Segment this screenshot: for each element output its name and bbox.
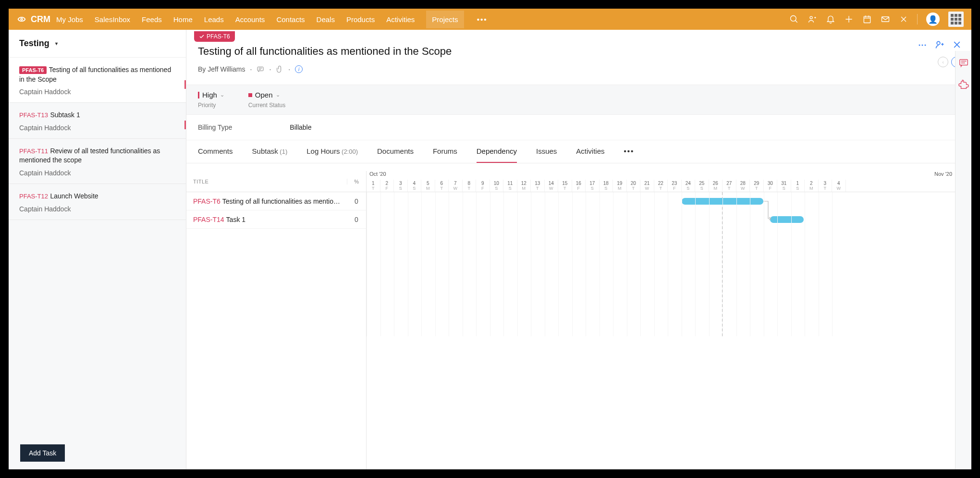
task-id: PFAS-T11 [19,147,48,155]
sidebar-task-item[interactable]: PFAS-T12 Launch WebsiteCaptain Haddock [9,184,186,220]
billing-row: Billing Type Billable [186,115,971,140]
nav-item[interactable]: Activities [386,15,415,24]
sidebar-task-item[interactable]: PFAS-T11 Review of all tested functional… [9,139,186,184]
brand[interactable]: CRM [16,14,50,25]
task-assignee: Captain Haddock [19,205,175,213]
day-cell: 16F [572,180,586,192]
task-id: PFAS-T12 [19,193,48,200]
calendar-icon[interactable] [862,14,872,24]
brand-text: CRM [31,14,50,25]
header-actions: ⋯ [918,39,962,50]
dependency-arrow-icon [763,198,773,222]
day-cell: 19M [613,180,627,192]
priority-block[interactable]: High⌄ Priority [198,91,224,109]
tab-forums[interactable]: Forums [433,147,457,163]
comment-icon[interactable] [257,65,264,73]
task-assignee: Captain Haddock [19,169,175,177]
extension-icon[interactable] [958,79,969,89]
more-icon[interactable]: ⋯ [918,39,927,50]
nav-item[interactable]: Home [173,15,193,24]
day-cell: 1S [791,180,805,192]
info-icon[interactable]: i [295,65,303,73]
nav-item[interactable]: Contacts [276,15,305,24]
invite-icon[interactable] [808,14,817,24]
plus-icon[interactable] [844,14,854,24]
task-meta: By Jeff Williams· · · i [198,65,960,73]
nav-item[interactable]: My Jobs [56,15,83,24]
priority-value: High [202,91,217,99]
sidebar-task-item[interactable]: PFAS-T13 Subtask 1Captain Haddock [9,103,186,139]
attachment-icon[interactable] [276,65,283,73]
close-icon[interactable] [952,40,962,49]
tab-dependency[interactable]: Dependency [477,147,517,163]
day-cell: 20T [627,180,641,192]
sidebar-task-item[interactable]: PFAS-T6 Testing of all functionalities a… [9,58,186,103]
svg-point-5 [937,41,940,45]
gantt-row-id: PFAS-T6 [186,197,220,205]
chat-icon[interactable] [958,58,969,68]
tab-count: (1) [278,148,288,155]
day-cell: 7W [449,180,463,192]
svg-rect-7 [959,60,968,65]
caret-down-icon: ▾ [55,41,58,46]
tab-comments[interactable]: Comments [198,147,233,163]
prev-arrow-icon: ‹ [938,57,948,67]
bell-icon[interactable] [826,14,835,24]
tab-more-icon[interactable]: ••• [624,147,635,163]
gantt-title-header: TITLE [186,179,347,184]
tab-activities[interactable]: Activities [576,147,604,163]
day-cell: 8T [463,180,477,192]
brand-logo-icon [16,14,27,25]
gantt-row[interactable]: PFAS-T6Testing of all functionalities as… [186,192,366,210]
nav-item[interactable]: Deals [317,15,335,24]
svg-rect-4 [882,17,889,22]
tab-subtask[interactable]: Subtask (1) [252,147,288,163]
task-chip-id: PFAS-T6 [207,33,230,40]
nav-more-icon[interactable]: ••• [476,15,489,24]
status-block[interactable]: Open⌄ Current Status [248,91,285,109]
day-cell: 14W [545,180,559,192]
day-cell: 10S [490,180,504,192]
tab-log-hours[interactable]: Log Hours (2:00) [306,147,358,163]
day-cell: 5M [421,180,435,192]
gantt-container: TITLE % PFAS-T6Testing of all functional… [186,171,971,469]
day-cell: 12M [517,180,531,192]
user-avatar[interactable]: 👤 [926,12,940,26]
search-icon[interactable] [789,14,799,24]
nav-item[interactable]: Feeds [142,15,162,24]
billing-label: Billing Type [198,123,232,131]
sidebar-title[interactable]: Testing ▾ [9,30,186,58]
day-cell: 22T [654,180,668,192]
day-cell: 24S [682,180,696,192]
gantt-bar[interactable] [770,216,804,223]
tab-documents[interactable]: Documents [377,147,414,163]
day-cell: 1T [367,180,380,192]
gantt-timeline[interactable]: Oct '20 Nov '20 1T2F3S4S5M6T7W8T9F10S11S… [367,171,971,469]
tab-issues[interactable]: Issues [536,147,557,163]
assign-icon[interactable] [935,40,944,49]
gantt-pct-header: % [347,179,366,184]
day-cell: 29T [750,180,764,192]
mail-icon[interactable] [881,14,890,24]
svg-point-0 [21,18,23,20]
day-cell: 13T [531,180,545,192]
top-navbar: CRM My JobsSalesInboxFeedsHomeLeadsAccou… [9,9,971,30]
nav-item[interactable]: Accounts [235,15,265,24]
right-rail [955,51,971,469]
task-author: By Jeff Williams [198,65,245,73]
nav-item[interactable]: SalesInbox [95,15,130,24]
priority-label: Priority [198,102,224,109]
gantt-row[interactable]: PFAS-T14Task 10 [186,210,366,229]
nav-item[interactable]: Leads [204,15,224,24]
sidebar-title-text: Testing [19,38,49,49]
day-cell: 23F [668,180,682,192]
gantt-month-1: Oct '20 [369,171,386,180]
day-cell: 2F [380,180,394,192]
nav-item[interactable]: Projects [426,11,464,28]
nav-item[interactable]: Products [346,15,375,24]
gantt-row-title: Testing of all functionalities as mentio… [222,197,347,205]
chevron-down-icon: ⌄ [220,92,224,98]
tools-icon[interactable] [899,14,908,24]
chevron-down-icon: ⌄ [276,92,280,98]
apps-grid-icon[interactable] [948,12,964,27]
